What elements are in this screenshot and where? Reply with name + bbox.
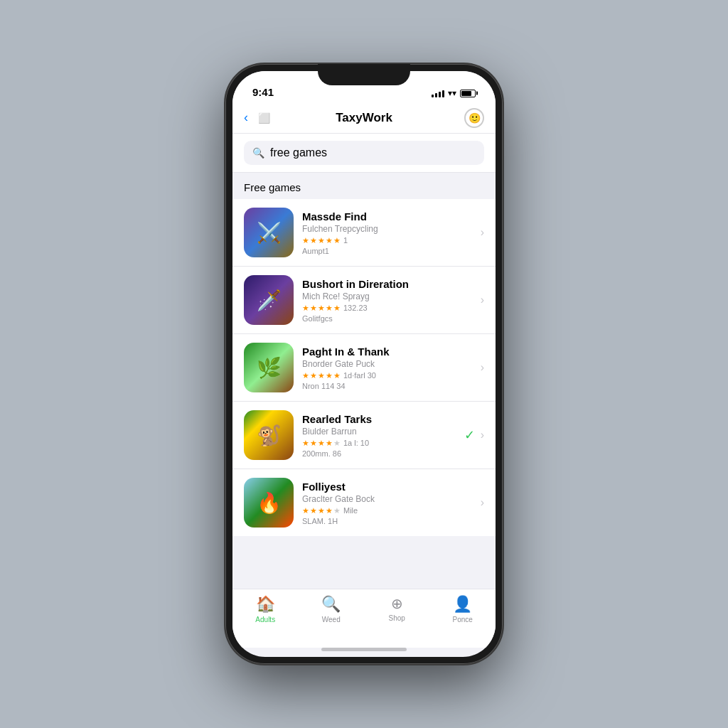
star-icon: ★ — [302, 506, 309, 515]
shop-icon: ⊕ — [391, 595, 403, 612]
game-actions-5: › — [481, 496, 484, 509]
game-info-1: Massde Find Fulchen Trepcycling ★ ★ ★ ★ … — [302, 210, 472, 255]
nav-left: ‹ ⬜ — [244, 110, 274, 125]
star-icon: ★ — [326, 371, 333, 380]
game-stars-1: ★ ★ ★ ★ ★ 1 — [302, 236, 472, 245]
game-thumbnail-5 — [244, 478, 294, 528]
chevron-right-icon[interactable]: › — [481, 429, 484, 441]
star-icon: ★ — [326, 439, 333, 448]
game-actions-3: › — [481, 361, 484, 374]
tab-ponce[interactable]: 👤 Ponce — [441, 595, 484, 623]
game-item-4[interactable]: Rearled Tarks Biulder Barrun ★ ★ ★ ★ ★ 1… — [232, 402, 496, 469]
star-icon: ★ — [318, 371, 325, 380]
game-subtitle-2: Mich Rce! Sprayg — [302, 291, 472, 301]
game-subtitle-4: Biulder Barrun — [302, 427, 456, 437]
star-empty-icon: ★ — [333, 439, 341, 448]
game-subtitle-3: Bnorder Gate Puck — [302, 359, 472, 369]
tab-adults-label: Adults — [255, 616, 275, 623]
game-meta-2: Golitfgcs — [302, 314, 472, 323]
game-actions-2: › — [481, 294, 484, 306]
game-meta-3: Nron 114 34 — [302, 382, 472, 390]
emoji-icon: 🙂 — [469, 112, 481, 124]
star-icon: ★ — [318, 304, 325, 313]
tab-bar: 🏠 Adults 🔍 Weed ⊕ Shop 👤 Ponce — [232, 589, 496, 648]
search-bar[interactable]: 🔍 free games — [244, 141, 484, 165]
chevron-right-icon[interactable]: › — [481, 361, 484, 374]
notch — [318, 64, 410, 85]
game-meta-5: SLAΜ. 1H — [302, 517, 472, 525]
game-info-3: Paght In & Thank Bnorder Gate Puck ★ ★ ★… — [302, 346, 472, 390]
game-thumbnail-3 — [244, 343, 294, 392]
installed-check-icon: ✓ — [464, 427, 475, 443]
star-count-3: 1d·farl 30 — [343, 371, 376, 380]
star-half-icon: ★ — [326, 506, 333, 515]
star-icon: ★ — [310, 236, 317, 245]
game-name-2: Bushort in Direration — [302, 278, 472, 290]
star-count-4: 1a l: 10 — [343, 439, 369, 447]
star-icon: ★ — [302, 371, 309, 380]
star-half-icon: ★ — [333, 304, 341, 313]
signal-bars-icon — [432, 89, 444, 97]
search-tab-icon: 🔍 — [321, 595, 341, 614]
wifi-icon: ▾▾ — [448, 88, 456, 98]
profile-icon[interactable]: 🙂 — [464, 108, 484, 128]
game-actions-1: › — [481, 226, 484, 239]
chevron-right-icon[interactable]: › — [481, 294, 484, 306]
game-item-2[interactable]: Bushort in Direration Mich Rce! Sprayg ★… — [232, 267, 496, 334]
game-list: Massde Find Fulchen Trepcycling ★ ★ ★ ★ … — [232, 199, 496, 536]
star-icon: ★ — [318, 439, 325, 448]
game-subtitle-1: Fulchen Trepcycling — [302, 224, 472, 234]
game-info-5: Folliyest Graclter Gate Bock ★ ★ ★ ★ ★ M… — [302, 481, 472, 525]
game-actions-4: ✓ › — [464, 427, 484, 443]
profile-tab-icon: 👤 — [453, 595, 472, 614]
chevron-right-icon[interactable]: › — [481, 496, 484, 509]
tab-ponce-label: Ponce — [453, 616, 473, 623]
game-item-1[interactable]: Massde Find Fulchen Trepcycling ★ ★ ★ ★ … — [232, 199, 496, 267]
battery-icon — [460, 90, 476, 97]
section-header: Free games — [232, 173, 496, 199]
star-icon: ★ — [302, 304, 309, 313]
tab-weed-label: Weed — [322, 616, 341, 623]
game-thumbnail-4 — [244, 410, 294, 460]
star-count-1: 1 — [343, 236, 348, 245]
search-icon: 🔍 — [252, 147, 264, 159]
tab-adults[interactable]: 🏠 Adults — [244, 595, 287, 623]
star-icon: ★ — [302, 236, 309, 245]
star-icon: ★ — [318, 506, 325, 515]
home-indicator — [321, 648, 407, 651]
game-meta-4: 200mm. 86 — [302, 449, 456, 458]
tab-weed[interactable]: 🔍 Weed — [310, 595, 353, 623]
cast-icon[interactable]: ⬜ — [254, 111, 274, 125]
star-icon: ★ — [310, 304, 317, 313]
star-empty-icon: ★ — [333, 506, 341, 515]
search-query[interactable]: free games — [270, 146, 327, 159]
star-icon: ★ — [326, 304, 333, 313]
star-half-icon: ★ — [333, 371, 341, 380]
game-item-3[interactable]: Paght In & Thank Bnorder Gate Puck ★ ★ ★… — [232, 334, 496, 402]
status-time: 9:41 — [252, 86, 274, 98]
game-meta-1: Aumpt1 — [302, 247, 472, 255]
search-container: 🔍 free games — [232, 134, 496, 173]
phone-frame: 9:41 ▾▾ ‹ ⬜ TaxyWork — [225, 64, 503, 664]
star-icon: ★ — [310, 506, 317, 515]
game-name-3: Paght In & Thank — [302, 346, 472, 358]
game-thumbnail-2 — [244, 275, 294, 325]
back-button[interactable]: ‹ — [244, 110, 248, 125]
star-icon: ★ — [310, 371, 317, 380]
game-stars-2: ★ ★ ★ ★ ★ 132.23 — [302, 304, 472, 313]
screen: 9:41 ▾▾ ‹ ⬜ TaxyWork — [232, 71, 496, 657]
game-thumbnail-1 — [244, 208, 294, 257]
tab-shop[interactable]: ⊕ Shop — [375, 595, 418, 622]
game-name-4: Rearled Tarks — [302, 413, 456, 425]
star-icon: ★ — [310, 439, 317, 448]
game-info-4: Rearled Tarks Biulder Barrun ★ ★ ★ ★ ★ 1… — [302, 413, 456, 458]
tab-shop-label: Shop — [389, 614, 405, 622]
chevron-right-icon[interactable]: › — [481, 226, 484, 239]
app-title: TaxyWork — [336, 111, 392, 125]
star-icon: ★ — [302, 439, 309, 448]
game-name-5: Folliyest — [302, 481, 472, 493]
game-stars-3: ★ ★ ★ ★ ★ 1d·farl 30 — [302, 371, 472, 380]
game-stars-4: ★ ★ ★ ★ ★ 1a l: 10 — [302, 439, 456, 448]
game-item-5[interactable]: Folliyest Graclter Gate Bock ★ ★ ★ ★ ★ M… — [232, 469, 496, 536]
content-area: Free games Massde Find Fulchen Trepcycli… — [232, 173, 496, 589]
